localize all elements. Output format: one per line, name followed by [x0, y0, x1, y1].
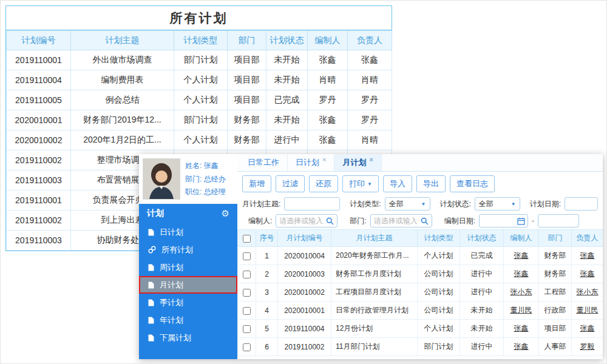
compiler-link[interactable]: 董川民: [504, 302, 539, 320]
plan-id-link[interactable]: 2019110004: [278, 320, 331, 338]
calendar-icon[interactable]: [517, 217, 525, 225]
compile-date-to-input[interactable]: [538, 215, 576, 226]
document-icon: [148, 229, 154, 236]
type-select[interactable]: 全部 ▼: [385, 197, 430, 211]
plan-status: 未开始: [460, 320, 504, 338]
plan-id-link[interactable]: 2020010002: [278, 283, 331, 302]
plan-row[interactable]: 22020010003财务部工作月度计划公司计划进行中张鑫财务部张鑫: [238, 265, 603, 283]
owner-link[interactable]: 张鑫: [572, 265, 603, 283]
sidebar-item-all-plans[interactable]: 所有计划: [139, 241, 237, 258]
sidebar-item-label: 周计划: [160, 262, 183, 273]
plan-id-link[interactable]: 2020010003: [278, 265, 331, 283]
close-icon[interactable]: ×: [369, 156, 373, 163]
owner-link[interactable]: 罗毅: [572, 338, 603, 356]
table-row[interactable]: 20200100022020年1月2日的工...个人计划财务部进行中张鑫肖晴: [7, 130, 392, 150]
compiler-link[interactable]: 张鑫: [504, 265, 539, 283]
print-button[interactable]: 打印▼: [342, 175, 379, 192]
sidebar-header-label: 计划: [147, 208, 164, 219]
plan-row[interactable]: 6201911000211月部门计划部门计划进行中张鑫人事部罗毅: [238, 338, 603, 356]
sidebar-item-subordinate-plans[interactable]: 下属计划: [139, 329, 237, 346]
tab-daily-work[interactable]: 日常工作: [240, 154, 288, 171]
compiler-input[interactable]: [276, 215, 326, 226]
reset-button[interactable]: 还原: [309, 175, 338, 192]
table-area: 序号月计划编号月计划主题计划类型计划状态编制人部门负责人 12020010004…: [237, 229, 603, 359]
table-row[interactable]: 2020010001财务部门2019年12...部门计划财务部未开始张鑫罗丹: [7, 110, 392, 130]
plan-id-link[interactable]: 2020010001: [278, 302, 331, 320]
plan-row[interactable]: 5201911000412月份计划个人计划未开始张鑫项目部张鑫: [238, 320, 603, 338]
plan-subject-link[interactable]: 财务部工作月度计划: [331, 265, 418, 283]
sidebar-item-yearly-plan[interactable]: 年计划: [139, 311, 237, 329]
plan-subject-link[interactable]: 11月部门计划: [331, 338, 418, 356]
table-cell: 项目部: [228, 50, 266, 70]
dept-input[interactable]: [371, 215, 421, 226]
filter-button[interactable]: 过滤: [276, 175, 305, 192]
plan-id-link[interactable]: 2020010004: [278, 247, 331, 265]
compiler-link[interactable]: 张鑫: [504, 320, 539, 338]
subject-input[interactable]: [284, 197, 340, 211]
column-header: 计划状态: [266, 31, 308, 50]
plan-subject-link[interactable]: 2020年财务部工作月...: [331, 247, 418, 265]
gear-icon[interactable]: ⚙: [222, 208, 229, 219]
row-checkbox[interactable]: [243, 343, 251, 351]
chevron-down-icon: ▼: [511, 201, 516, 207]
owner-link[interactable]: 张鑫: [572, 247, 603, 265]
sidebar-item-monthly-plan[interactable]: 月计划: [139, 276, 237, 294]
export-button[interactable]: 导出: [416, 175, 446, 192]
row-checkbox[interactable]: [243, 252, 251, 260]
plan-subject-link[interactable]: 工程项目部月度计划: [331, 283, 418, 302]
table-header-row: 计划编号计划主题计划类型部门计划状态编制人负责人: [7, 31, 392, 50]
table-cell: 项目部: [228, 70, 266, 90]
row-checkbox[interactable]: [243, 271, 251, 278]
filter-row-1: 月计划主题: 计划类型: 全部 ▼ 计划状态: 全部 ▼ 计划日期:: [237, 195, 603, 212]
plan-row[interactable]: 42020010001日常的行政管理月计划公司计划未开始董川民行政部董川民: [238, 302, 603, 320]
table-row[interactable]: 2019110001外出做市场调查部门计划项目部未开始张鑫张鑫: [7, 50, 392, 70]
search-icon[interactable]: [421, 217, 429, 225]
column-header: 计划主题: [71, 31, 174, 50]
toolbar: 新增过滤还原打印▼导入导出查看日志: [237, 172, 603, 195]
add-button[interactable]: 新增: [242, 175, 271, 192]
row-number: 5: [256, 320, 278, 338]
sidebar-item-quarterly-plan[interactable]: 季计划: [139, 294, 237, 311]
sidebar-item-label: 季计划: [160, 297, 183, 308]
column-header: 月计划编号: [278, 230, 331, 247]
select-all-checkbox[interactable]: [243, 235, 251, 243]
sidebar-item-weekly-plan[interactable]: 周计划: [139, 258, 237, 276]
plan-id-link[interactable]: 2019110002: [278, 338, 331, 356]
plan-row[interactable]: 120200100042020年财务部工作月...个人计划已完成张鑫财务部张鑫: [238, 247, 603, 265]
button-label: 过滤: [282, 178, 298, 189]
compile-date-from-input[interactable]: [480, 215, 517, 226]
row-number: 2: [256, 265, 278, 283]
table-cell: 个人计划: [174, 130, 228, 150]
table-cell: 未开始: [266, 50, 308, 70]
button-label: 新增: [249, 178, 265, 189]
row-checkbox[interactable]: [243, 325, 251, 333]
table-cell: 2019110001: [7, 50, 71, 70]
column-header: 计划编号: [7, 31, 71, 50]
row-checkbox-cell: [238, 302, 256, 320]
plan-date-input[interactable]: [565, 197, 598, 211]
compiler-link[interactable]: 张小东: [504, 283, 539, 302]
plan-row[interactable]: 32020010002工程项目部月度计划公司计划进行中张小东工程部张小东: [238, 283, 603, 302]
table-cell: 2019110002: [7, 150, 71, 170]
owner-link[interactable]: 董川民: [572, 302, 603, 320]
import-button[interactable]: 导入: [383, 175, 412, 192]
column-header: 部门: [228, 31, 266, 50]
table-row[interactable]: 2019110005例会总结个人计划项目部已完成罗丹罗丹: [7, 90, 392, 110]
owner-link[interactable]: 张鑫: [572, 320, 603, 338]
status-select[interactable]: 全部 ▼: [475, 197, 520, 211]
close-icon[interactable]: ×: [322, 156, 326, 163]
table-row[interactable]: 2019110004编制费用表个人计划项目部未开始肖晴肖晴: [7, 70, 392, 90]
table-cell: 2020年1月2日的工...: [71, 130, 174, 150]
plan-subject-link[interactable]: 12月份计划: [331, 320, 418, 338]
tab-monthly-plan[interactable]: 月计划×: [334, 154, 381, 171]
compiler-link[interactable]: 张鑫: [504, 247, 539, 265]
tab-daily-plan[interactable]: 日计划×: [288, 154, 334, 171]
plan-subject-link[interactable]: 日常的行政管理月计划: [331, 302, 418, 320]
view-log-button[interactable]: 查看日志: [450, 175, 495, 192]
sidebar-item-daily-plan[interactable]: 日计划: [139, 223, 237, 241]
search-icon[interactable]: [326, 217, 334, 225]
row-checkbox[interactable]: [243, 307, 251, 315]
row-checkbox[interactable]: [243, 289, 251, 297]
compiler-link[interactable]: 张鑫: [504, 338, 539, 356]
owner-link[interactable]: 张小东: [572, 283, 603, 302]
